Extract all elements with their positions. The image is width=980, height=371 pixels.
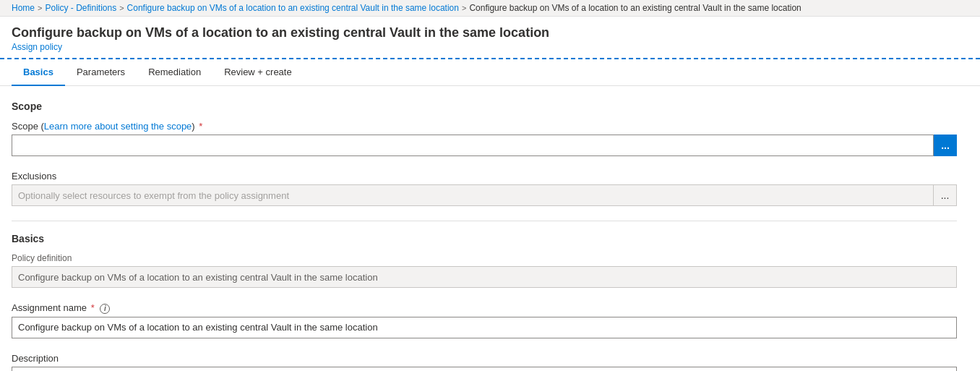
- main-content: Scope Scope (Learn more about setting th…: [0, 86, 968, 371]
- assignment-name-input[interactable]: [12, 317, 957, 338]
- exclusions-placeholder-text: Optionally select resources to exempt fr…: [12, 184, 934, 206]
- tab-parameters[interactable]: Parameters: [65, 59, 137, 86]
- scope-input-row: ...: [12, 135, 957, 156]
- scope-ellipsis-button[interactable]: ...: [934, 135, 957, 156]
- scope-field-group: Scope (Learn more about setting the scop…: [12, 121, 957, 156]
- exclusions-input-row: Optionally select resources to exempt fr…: [12, 184, 957, 206]
- breadcrumb-home[interactable]: Home: [12, 3, 35, 13]
- assignment-name-field-group: Assignment name * i: [12, 302, 957, 338]
- policy-definition-input-row: [12, 266, 957, 288]
- tab-remediation[interactable]: Remediation: [137, 59, 212, 86]
- breadcrumb-configure-link[interactable]: Configure backup on VMs of a location to…: [127, 3, 459, 13]
- breadcrumb-current: Configure backup on VMs of a location to…: [469, 3, 801, 13]
- assignment-name-label: Assignment name * i: [12, 302, 957, 314]
- scope-section-title: Scope: [12, 101, 957, 112]
- page-header: Configure backup on VMs of a location to…: [0, 17, 980, 59]
- scope-learn-more-link[interactable]: Learn more about setting the scope: [44, 121, 192, 132]
- assignment-name-info-icon: i: [100, 304, 110, 314]
- assignment-name-required: *: [91, 302, 95, 313]
- page-title: Configure backup on VMs of a location to…: [12, 25, 968, 40]
- description-textarea[interactable]: [12, 367, 957, 372]
- tab-basics[interactable]: Basics: [12, 59, 65, 86]
- section-divider: [12, 221, 957, 221]
- policy-definition-input: [12, 266, 957, 288]
- scope-label: Scope (Learn more about setting the scop…: [12, 121, 957, 132]
- description-field-group: Description: [12, 353, 957, 372]
- breadcrumb-sep-1: >: [38, 4, 42, 12]
- scope-required: *: [199, 121, 202, 132]
- breadcrumb-policy-definitions[interactable]: Policy - Definitions: [45, 3, 116, 13]
- description-label: Description: [12, 353, 957, 364]
- exclusions-ellipsis-button[interactable]: ...: [934, 184, 957, 206]
- policy-definition-label: Policy definition: [12, 253, 957, 263]
- basics-section-title: Basics: [12, 233, 957, 244]
- tabs: Basics Parameters Remediation Review + c…: [0, 59, 980, 86]
- exclusions-field-group: Exclusions Optionally select resources t…: [12, 171, 957, 206]
- description-input-row: [12, 367, 957, 372]
- scope-input[interactable]: [12, 135, 934, 156]
- breadcrumb-sep-2: >: [119, 4, 124, 12]
- page-subtitle: Assign policy: [12, 42, 968, 52]
- exclusions-label: Exclusions: [12, 171, 957, 182]
- breadcrumb-sep-3: >: [462, 4, 466, 12]
- tab-review-create[interactable]: Review + create: [212, 59, 304, 86]
- policy-definition-field-group: Policy definition: [12, 253, 957, 288]
- assignment-name-input-row: [12, 317, 957, 338]
- breadcrumb: Home > Policy - Definitions > Configure …: [0, 0, 980, 17]
